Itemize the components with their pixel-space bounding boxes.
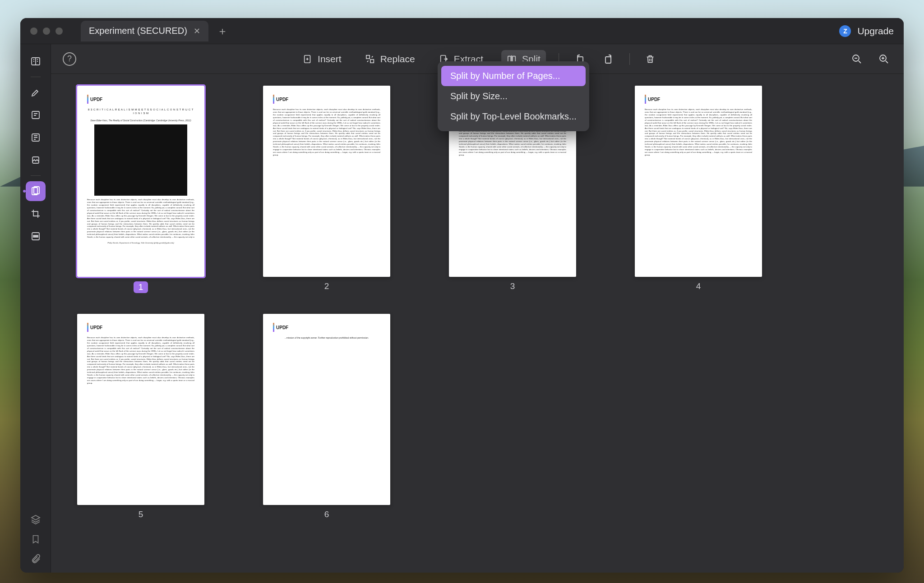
svg-rect-13: [513, 56, 515, 62]
page-thumb-6[interactable]: UPDF ...mission of the copyright owner. …: [263, 314, 390, 519]
tab-title: Experiment (SECURED): [89, 26, 187, 36]
page-number: 1: [134, 281, 148, 293]
page-thumb-4[interactable]: UPDF Because each discipline has its own…: [635, 86, 762, 293]
page-thumbnails-area[interactable]: UPDF 8 3 C R I T I C A L R E A L I S M M…: [51, 74, 904, 573]
svg-rect-9: [366, 55, 369, 58]
window-controls: [20, 28, 63, 35]
layers-icon[interactable]: [30, 514, 41, 525]
page-number: 4: [696, 281, 701, 291]
svg-rect-12: [508, 56, 511, 62]
zoom-in-icon[interactable]: [876, 51, 892, 67]
insert-label: Insert: [318, 54, 342, 64]
tab-bar: Experiment (SECURED) ✕ ＋: [81, 18, 230, 44]
page-1-figure: [94, 124, 187, 196]
split-by-size-item[interactable]: Split by Size...: [441, 86, 586, 106]
bookmark-icon[interactable]: [31, 534, 41, 545]
main-panel: ? Insert Replace Extract: [51, 44, 904, 573]
svg-rect-1: [32, 111, 39, 119]
split-by-pages-item[interactable]: Split by Number of Pages...: [441, 66, 586, 86]
rotate-right-icon[interactable]: [601, 51, 617, 67]
replace-button[interactable]: Replace: [360, 50, 420, 68]
form-icon[interactable]: [26, 128, 46, 147]
minimize-window-button[interactable]: [43, 28, 50, 35]
insert-button[interactable]: Insert: [297, 50, 347, 68]
titlebar: Experiment (SECURED) ✕ ＋ Z Upgrade: [20, 18, 904, 44]
left-sidebar: [20, 44, 51, 573]
active-indicator-dot: [23, 190, 26, 193]
page-thumb-1[interactable]: UPDF 8 3 C R I T I C A L R E A L I S M M…: [77, 86, 204, 293]
reader-mode-icon[interactable]: [26, 51, 46, 71]
svg-rect-15: [605, 57, 611, 63]
annotate-icon[interactable]: [26, 83, 46, 102]
delete-icon[interactable]: [642, 51, 658, 67]
document-tab[interactable]: Experiment (SECURED) ✕: [81, 21, 208, 41]
new-tab-button[interactable]: ＋: [215, 24, 230, 38]
close-tab-icon[interactable]: ✕: [194, 26, 200, 36]
redact-icon[interactable]: [26, 226, 46, 246]
split-by-bookmarks-item[interactable]: Split by Top-Level Bookmarks...: [441, 106, 586, 127]
organize-pages-icon[interactable]: [26, 181, 46, 201]
split-dropdown: Split by Number of Pages... Split by Siz…: [438, 61, 589, 131]
ocr-icon[interactable]: [26, 150, 46, 170]
zoom-out-icon[interactable]: [849, 51, 865, 67]
fullscreen-window-button[interactable]: [55, 28, 63, 35]
svg-rect-7: [33, 235, 38, 237]
close-window-button[interactable]: [30, 28, 37, 35]
app-window: Experiment (SECURED) ✕ ＋ Z Upgrade: [20, 18, 904, 573]
toolbar-separator: [629, 53, 630, 65]
replace-label: Replace: [380, 54, 415, 64]
svg-rect-10: [370, 59, 374, 62]
page-number: 3: [510, 281, 515, 291]
page-number: 2: [324, 281, 329, 291]
help-icon[interactable]: ?: [63, 52, 76, 66]
page-thumb-2[interactable]: UPDF Because each discipline has its own…: [263, 86, 390, 293]
upgrade-button[interactable]: Upgrade: [857, 26, 894, 37]
attachment-icon[interactable]: [30, 554, 41, 565]
page-number: 6: [324, 510, 329, 519]
page-number: 5: [139, 510, 143, 519]
edit-text-icon[interactable]: [26, 105, 46, 125]
page-thumb-5[interactable]: UPDF Because each discipline has its own…: [77, 314, 204, 519]
crop-icon[interactable]: [26, 204, 46, 224]
user-avatar[interactable]: Z: [839, 25, 851, 37]
